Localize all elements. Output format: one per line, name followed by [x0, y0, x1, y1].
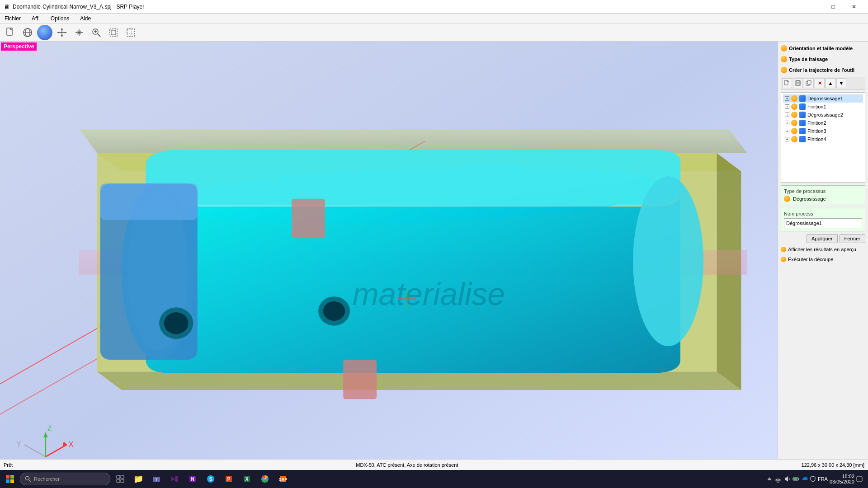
- titlebar-controls[interactable]: ─ □ ✕: [802, 0, 864, 14]
- svg-marker-22: [79, 129, 747, 153]
- svg-rect-66: [121, 479, 124, 483]
- menu-aide[interactable]: Aide: [77, 14, 94, 23]
- tree-item-finition3[interactable]: + Finition3: [783, 127, 863, 135]
- svg-rect-54: [796, 83, 800, 85]
- taskbar-app-excel[interactable]: X: [239, 471, 255, 487]
- svg-point-84: [777, 482, 778, 483]
- zoom-button[interactable]: [89, 25, 104, 40]
- tree-expand-6[interactable]: +: [785, 137, 789, 141]
- section-2-label: Type de fraisage: [789, 56, 828, 62]
- close-panel-button[interactable]: Fermer: [840, 234, 865, 243]
- tree-item-degrossissage2[interactable]: + Dégrossissage2: [783, 111, 863, 119]
- tree-expand-5[interactable]: +: [785, 129, 789, 133]
- tree-icon-3: [791, 112, 797, 118]
- fit-button[interactable]: [106, 25, 121, 40]
- svg-marker-8: [57, 32, 59, 33]
- tree-icon-1: [791, 95, 797, 102]
- tree-up-btn[interactable]: ▲: [826, 78, 835, 88]
- section-fraisage[interactable]: Type de fraisage: [781, 55, 865, 63]
- preview-link[interactable]: Afficher les résultats en aperçu: [781, 246, 865, 253]
- chevron-up-icon[interactable]: [766, 476, 773, 482]
- taskbar-app-vs[interactable]: [166, 471, 183, 487]
- move-button[interactable]: [54, 25, 70, 40]
- tree-item-finition4[interactable]: + Finition4: [783, 135, 863, 143]
- tree-label-6: Finition4: [807, 136, 826, 142]
- svg-text:N: N: [191, 477, 194, 482]
- close-button[interactable]: ✕: [844, 0, 864, 14]
- task-view-button[interactable]: [112, 471, 128, 487]
- svg-line-62: [29, 480, 31, 482]
- tree-expand-4[interactable]: +: [785, 121, 789, 125]
- tree-new-btn[interactable]: [782, 78, 792, 88]
- tree-item-degrossissage1[interactable]: + Dégrossissage1: [783, 94, 863, 103]
- preview-link-icon: [781, 247, 786, 252]
- tree-delete-btn[interactable]: ✕: [815, 78, 825, 88]
- svg-marker-85: [785, 476, 788, 482]
- model-svg: materialise: [0, 42, 778, 459]
- globe-button[interactable]: [20, 25, 35, 40]
- main-area: Perspective: [0, 42, 868, 459]
- select-button[interactable]: [123, 25, 138, 40]
- tree-label-5: Finition3: [807, 128, 826, 134]
- section-3-label: Créer la trajectoire de l'outil: [789, 67, 854, 73]
- tree-item-finition2[interactable]: + Finition2: [783, 119, 863, 127]
- section-trajectoire[interactable]: Créer la trajectoire de l'outil: [781, 66, 865, 74]
- taskbar-search[interactable]: Rechercher: [20, 473, 110, 485]
- tree-icon-4: [791, 120, 797, 126]
- tree-expand-1[interactable]: +: [785, 96, 789, 101]
- speaker-icon: [783, 475, 791, 483]
- tree-save-btn[interactable]: [793, 78, 803, 88]
- svg-point-38: [323, 301, 345, 321]
- apply-button[interactable]: Appliquer: [807, 234, 837, 243]
- taskbar-app-powerpoint[interactable]: P: [221, 471, 237, 487]
- tree-down-btn[interactable]: ▼: [836, 78, 846, 88]
- cut-link-icon: [781, 257, 786, 262]
- sphere-button[interactable]: [37, 25, 52, 40]
- svg-marker-7: [61, 35, 63, 37]
- maximize-button[interactable]: □: [823, 0, 844, 14]
- taskbar-app-teams[interactable]: T: [148, 471, 165, 487]
- svg-rect-63: [117, 475, 120, 479]
- taskbar-app-srpplayer[interactable]: SRP: [275, 471, 291, 487]
- new-button[interactable]: [3, 25, 18, 40]
- notification-icon[interactable]: [856, 476, 863, 482]
- process-name-input[interactable]: [784, 218, 862, 228]
- menu-fichier[interactable]: Fichier: [2, 14, 24, 23]
- tree-label-1: Dégrossissage1: [807, 96, 843, 101]
- tree-expand-2[interactable]: +: [785, 104, 789, 109]
- status-left: Prêt: [4, 462, 13, 468]
- tree-items: + Dégrossissage1 + Finition1 + Dégrossis…: [781, 92, 865, 183]
- svg-rect-57: [6, 475, 9, 479]
- minimize-button[interactable]: ─: [802, 0, 823, 14]
- tree-item-finition1[interactable]: + Finition1: [783, 103, 863, 111]
- taskbar-app-skype[interactable]: S: [203, 471, 219, 487]
- svg-text:S: S: [209, 477, 212, 482]
- svg-text:Z: Z: [47, 424, 52, 432]
- tree-copy-btn[interactable]: [804, 78, 814, 88]
- status-right: 122,96 x 30,00 x 24,30 [mm]: [802, 462, 864, 468]
- taskbar-app-chrome[interactable]: [257, 471, 273, 487]
- security-icon: [810, 476, 816, 482]
- svg-marker-70: [175, 476, 178, 482]
- date-display: 03/05/2020: [830, 479, 854, 484]
- taskbar-app-explorer[interactable]: 📁: [130, 471, 146, 487]
- tree-icon-3b: [799, 112, 806, 118]
- start-button[interactable]: [2, 471, 18, 487]
- section-orientation[interactable]: Orientation et taille modèle: [781, 44, 865, 52]
- process-type-row: Dégrossissage: [784, 196, 862, 202]
- svg-rect-64: [121, 475, 124, 479]
- svg-text:X: X: [69, 440, 74, 448]
- svg-point-31: [633, 176, 703, 346]
- tree-expand-3[interactable]: +: [785, 113, 789, 117]
- svg-rect-40: [343, 360, 377, 399]
- svg-rect-16: [127, 29, 134, 36]
- tree-label-4: Finition2: [807, 120, 826, 126]
- right-panel: Orientation et taille modèle Type de fra…: [778, 42, 868, 459]
- menu-aff[interactable]: Aff.: [29, 14, 42, 23]
- menu-options[interactable]: Options: [48, 14, 72, 23]
- svg-rect-88: [798, 479, 799, 480]
- cut-link[interactable]: Exécuter la découpe: [781, 256, 865, 263]
- viewport[interactable]: Perspective: [0, 42, 778, 459]
- pan-button[interactable]: [71, 25, 87, 40]
- taskbar-app-onenote[interactable]: N: [184, 471, 201, 487]
